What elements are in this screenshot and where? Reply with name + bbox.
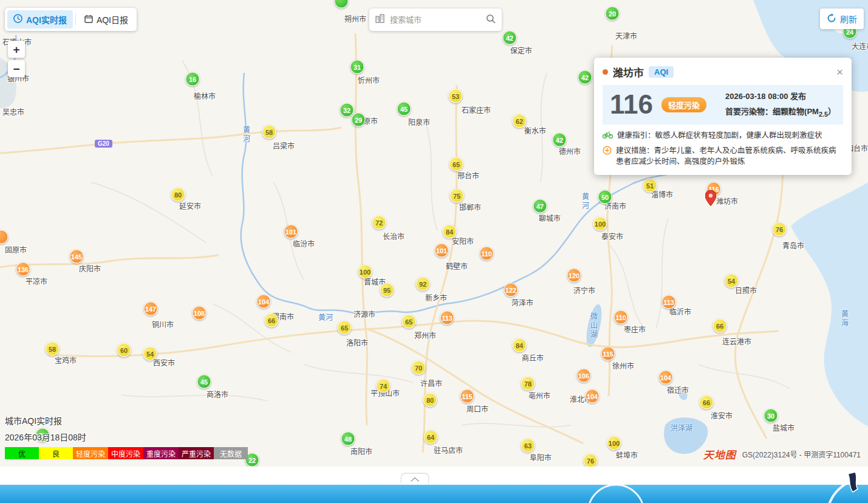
aqi-marker[interactable]: 58 xyxy=(46,342,60,356)
aqi-marker[interactable]: 113 xyxy=(440,311,454,325)
aqi-marker[interactable]: 147 xyxy=(144,302,158,316)
tab-aqi-realtime[interactable]: AQI实时报 xyxy=(7,10,73,29)
aqi-marker[interactable]: 47 xyxy=(533,199,547,213)
aqi-marker[interactable]: 65 xyxy=(402,315,416,329)
aqi-marker[interactable]: 145 xyxy=(70,250,84,264)
aqi-marker[interactable]: 106 xyxy=(577,369,591,383)
aqi-marker[interactable]: 92 xyxy=(416,277,430,291)
city-dot-icon xyxy=(603,69,608,75)
aqi-marker[interactable]: 70 xyxy=(412,361,426,375)
aqi-marker[interactable]: 113 xyxy=(662,295,676,309)
aqi-marker[interactable]: 58 xyxy=(262,125,276,139)
aqi-marker[interactable]: 120 xyxy=(567,269,581,282)
zoom-in-button[interactable]: + xyxy=(8,41,25,58)
aqi-marker[interactable]: 78 xyxy=(521,377,535,391)
aqi-marker[interactable]: 64 xyxy=(424,430,438,444)
aqi-marker[interactable]: 42 xyxy=(503,31,517,45)
aqi-marker[interactable]: 29 xyxy=(352,113,366,127)
refresh-button[interactable]: 刷新 xyxy=(820,9,864,29)
publish-time: 2026-03-18 08:00 发布 xyxy=(725,89,836,104)
aqi-marker[interactable]: 54 xyxy=(725,274,739,288)
aqi-marker[interactable]: 65 xyxy=(338,321,352,335)
clock-icon xyxy=(13,14,22,25)
city-label: 吕梁市 xyxy=(273,140,295,151)
aqi-marker[interactable]: 84 xyxy=(443,225,457,239)
aqi-marker[interactable]: 66 xyxy=(265,313,279,327)
aqi-marker[interactable]: 76 xyxy=(584,454,598,467)
city-label: 蚌埠市 xyxy=(616,450,638,460)
city-label: 阜阳市 xyxy=(530,452,552,462)
aqi-marker[interactable]: 66 xyxy=(713,319,727,333)
city-label: 长治市 xyxy=(383,231,405,241)
aqi-marker[interactable]: 115 xyxy=(460,389,474,403)
legend-item: 优 xyxy=(5,447,39,459)
aqi-marker[interactable] xyxy=(335,0,349,9)
aqi-marker[interactable]: 100 xyxy=(607,436,621,450)
aqi-marker[interactable]: 45 xyxy=(197,375,211,389)
city-label: 南阳市 xyxy=(350,446,372,456)
aqi-marker[interactable]: 53 xyxy=(449,89,463,103)
aqi-marker[interactable]: 50 xyxy=(598,190,612,204)
aqi-marker[interactable]: 45 xyxy=(397,102,411,116)
search-icon[interactable] xyxy=(486,14,496,26)
aqi-marker[interactable]: 136 xyxy=(16,262,30,276)
aqi-marker[interactable]: 60 xyxy=(117,343,131,357)
aqi-marker[interactable]: 100 xyxy=(593,217,607,231)
city-label: 盐城市 xyxy=(773,422,795,433)
aqi-marker[interactable]: 63 xyxy=(521,439,535,453)
aqi-marker[interactable]: 108 xyxy=(193,306,207,320)
aqi-marker[interactable]: 104 xyxy=(257,295,271,309)
aqi-marker[interactable]: 20 xyxy=(606,7,620,21)
chevron-up-icon xyxy=(411,473,419,484)
aqi-marker[interactable]: 101 xyxy=(284,225,298,239)
aqi-marker[interactable]: 74 xyxy=(377,379,391,393)
aqi-marker[interactable]: 51 xyxy=(643,179,657,193)
advice-row: 建议措施：青少年儿童、老年人及心血管系统疾病、呼吸系统疾病患者应减少长时间、高强… xyxy=(603,145,843,168)
aqi-marker[interactable]: 110 xyxy=(614,310,628,324)
aqi-marker[interactable]: 66 xyxy=(700,395,714,409)
aqi-marker[interactable]: 62 xyxy=(513,114,527,128)
aqi-marker[interactable]: 101 xyxy=(435,244,449,258)
city-label: 青岛市 xyxy=(782,240,804,250)
aqi-marker[interactable]: 16 xyxy=(186,72,200,86)
zoom-out-button[interactable]: − xyxy=(8,60,25,77)
city-label: 阳泉市 xyxy=(408,117,430,127)
aqi-marker[interactable]: 75 xyxy=(450,189,464,203)
aqi-marker[interactable]: 31 xyxy=(350,60,364,74)
aqi-marker[interactable]: 95 xyxy=(380,283,394,297)
aqi-marker[interactable]: 30 xyxy=(764,409,778,423)
aqi-marker[interactable]: 76 xyxy=(773,222,787,236)
city-label: 石家庄市 xyxy=(462,104,491,115)
city-label: 亳州市 xyxy=(528,390,550,400)
aqi-marker[interactable]: 42 xyxy=(578,70,592,84)
collapse-panel-button[interactable] xyxy=(401,473,429,484)
aqi-marker[interactable]: 100 xyxy=(358,265,372,279)
aqi-marker[interactable]: 48 xyxy=(341,432,355,446)
aqi-marker[interactable]: 80 xyxy=(171,188,185,202)
aqi-marker[interactable]: 80 xyxy=(423,393,437,407)
city-label: 临汾市 xyxy=(293,238,315,248)
aqi-marker[interactable]: 54 xyxy=(143,347,157,361)
city-label: 枣庄市 xyxy=(624,324,646,334)
city-label: 淮安市 xyxy=(711,410,733,420)
aqi-marker[interactable]: 122 xyxy=(504,283,518,297)
aqi-marker[interactable]: 104 xyxy=(586,389,600,403)
advice-text: 建议措施：青少年儿童、老年人及心血管系统疾病、呼吸系统疾病患者应减少长时间、高强… xyxy=(616,145,843,168)
tab-aqi-daily[interactable]: AQI日报 xyxy=(78,10,134,29)
aqi-marker[interactable]: 32 xyxy=(340,103,354,117)
aqi-marker[interactable]: 104 xyxy=(659,371,673,385)
aqi-marker[interactable]: 84 xyxy=(513,338,527,352)
aqi-marker[interactable]: 115 xyxy=(601,347,615,361)
aqi-marker[interactable]: 65 xyxy=(449,157,463,171)
close-icon[interactable]: × xyxy=(836,66,843,78)
aqi-marker[interactable]: 42 xyxy=(553,133,567,147)
legend-item: 良 xyxy=(39,447,73,459)
search-input[interactable] xyxy=(390,15,481,24)
refresh-label: 刷新 xyxy=(840,13,857,25)
aqi-marker[interactable]: 110 xyxy=(480,247,494,261)
map-license-text: GS(2022)3124号 - 甲测资字1100471 xyxy=(742,449,861,459)
aqi-marker[interactable]: 72 xyxy=(372,216,386,230)
city-label: 济源市 xyxy=(354,309,375,319)
plus-circle-icon xyxy=(603,146,612,159)
aqi-marker[interactable] xyxy=(0,230,9,244)
